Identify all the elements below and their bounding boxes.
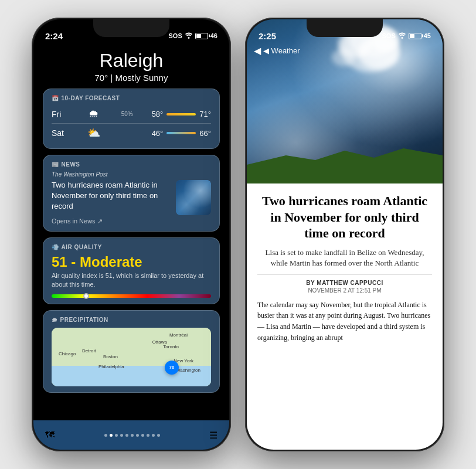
aq-value: 51 - Moderate: [52, 254, 211, 270]
phone-1: 2:24 SOS 46 Raleigh 70° | Mostly S: [32, 18, 231, 451]
map-label-wash: Washington: [176, 368, 200, 373]
forecast-high-sat: 66°: [199, 129, 211, 138]
wifi-icon-2: [398, 32, 406, 40]
battery-icon-1: [195, 33, 208, 39]
map-preview: Montréal Ottawa Toronto Chicago Detroit …: [52, 328, 211, 386]
news-content: Two hurricanes roam Atlantic in November…: [52, 180, 211, 215]
map-label-montreal: Montréal: [169, 332, 188, 338]
dot-9: [147, 434, 149, 437]
notch-1: [93, 19, 169, 37]
status-icons-2: SOS 45: [382, 32, 431, 40]
battery-pct-1: 46: [210, 32, 217, 39]
forecast-icon-fri: 🌧: [85, 108, 103, 120]
forecast-precip-fri: 50%: [118, 111, 136, 117]
news-link[interactable]: Opens in News ↗: [52, 217, 211, 225]
forecast-low-fri: 58°: [152, 110, 164, 118]
dot-6: [131, 434, 134, 437]
aq-label: 💨 AIR QUALITY: [52, 244, 211, 250]
forecast-card: 📅 10-DAY FORECAST Fri 🌧 50% 58° 71° Sat …: [43, 89, 220, 149]
sos-label-2: SOS: [382, 32, 396, 39]
back-arrow[interactable]: ◀: [254, 45, 261, 56]
article-nav: ◀ ◀ Weather: [247, 45, 443, 56]
precip-card: 🌧 PRECIPITATION Montréal Ottawa Toronto …: [43, 310, 220, 393]
forecast-day-sat: Sat: [52, 128, 69, 138]
dot-8: [141, 434, 144, 437]
dot-10: [152, 434, 155, 437]
temp-bar-fri: [166, 113, 196, 115]
page-dots: [104, 434, 160, 437]
city-name: Raleigh: [43, 50, 220, 72]
article-byline: BY MATTHEW CAPPUCCI: [257, 280, 432, 286]
forecast-row-fri: Fri 🌧 50% 58° 71°: [52, 105, 211, 123]
aq-desc: Air quality index is 51, which is simila…: [52, 271, 211, 290]
weather-content: Raleigh 70° | Mostly Sunny 📅 10-DAY FORE…: [33, 45, 229, 450]
map-label-chicago: Chicago: [59, 351, 76, 356]
status-icons-1: SOS 46: [169, 32, 217, 40]
svg-point-1: [401, 37, 403, 39]
forecast-temps-sat: 46° 66°: [152, 129, 211, 138]
news-thumbnail: [176, 180, 211, 215]
svg-point-0: [188, 37, 189, 39]
air-quality-card: 💨 AIR QUALITY 51 - Moderate Air quality …: [43, 237, 220, 304]
news-source: The Washington Post: [52, 171, 211, 178]
wifi-icon-1: [185, 32, 193, 40]
news-label: 📰 NEWS: [52, 161, 211, 168]
aq-bar: [52, 294, 211, 298]
dot-3: [115, 434, 118, 437]
battery-icon-2: [409, 33, 421, 39]
time-1: 2:24: [45, 31, 63, 41]
dot-1: [104, 434, 107, 437]
dot-2: [110, 434, 113, 437]
article-date: NOVEMBER 2 AT 12:51 PM: [257, 287, 432, 294]
aq-indicator: [83, 293, 89, 299]
map-label-toronto: Toronto: [163, 344, 179, 349]
phone-2: 2:25 SOS 45: [245, 18, 444, 451]
time-2: 2:25: [259, 31, 276, 41]
forecast-label: 📅 10-DAY FORECAST: [52, 95, 211, 101]
sos-label-1: SOS: [169, 32, 182, 39]
forecast-high-fri: 71°: [199, 110, 211, 118]
notch-2: [307, 19, 383, 37]
article-subtitle: Lisa is set to make landfall in Belize o…: [257, 247, 432, 269]
forecast-low-sat: 46°: [152, 129, 164, 138]
nav-back-label[interactable]: ◀ Weather: [263, 46, 300, 55]
forecast-icon-sat: ⛅: [85, 127, 103, 140]
list-icon[interactable]: ☰: [209, 430, 217, 441]
article-title: Two hurricanes roam Atlantic in November…: [257, 193, 432, 242]
precip-label: 🌧 PRECIPITATION: [52, 317, 211, 323]
map-label-detroit: Detroit: [82, 348, 96, 354]
temp-bar-sat: [166, 132, 196, 134]
bottom-bar: 🗺 ☰: [33, 420, 229, 450]
location-dot: 70: [165, 361, 179, 375]
dot-11: [157, 434, 160, 437]
article-body: Two hurricanes roam Atlantic in November…: [247, 183, 443, 450]
dot-7: [136, 434, 139, 437]
city-conditions: 70° | Mostly Sunny: [43, 73, 220, 83]
forecast-temps-fri: 58° 71°: [152, 110, 211, 118]
map-icon[interactable]: 🗺: [45, 430, 55, 440]
battery-pct-2: 45: [424, 32, 431, 39]
dot-5: [125, 434, 128, 437]
article-divider: [257, 274, 432, 275]
forecast-row-sat: Sat ⛅ 46° 66°: [52, 123, 211, 142]
dot-4: [120, 434, 123, 437]
news-card[interactable]: 📰 NEWS The Washington Post Two hurricane…: [43, 155, 220, 232]
news-headline: Two hurricanes roam Atlantic in November…: [52, 180, 170, 212]
article-body-text: The calendar may say November, but the t…: [257, 300, 432, 343]
forecast-day-fri: Fri: [52, 110, 69, 119]
map-label-philly: Philadelphia: [98, 364, 124, 369]
map-label-boston: Boston: [103, 354, 118, 359]
